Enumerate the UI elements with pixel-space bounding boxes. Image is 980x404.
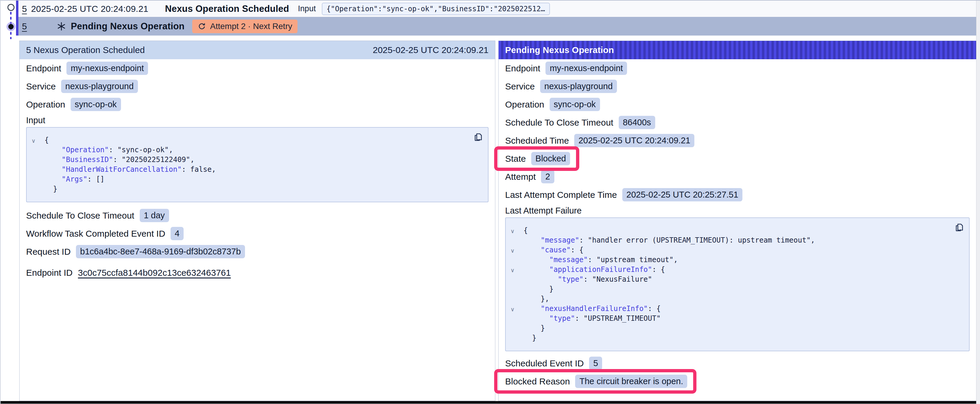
collapse-chevron-icon[interactable]: ∨ — [511, 304, 515, 314]
field-value-badge: Blocked — [531, 152, 570, 165]
code-line: "message": "handler error (UPSTREAM_TIME… — [506, 236, 963, 245]
timeline-selected-dot-icon — [8, 24, 14, 29]
field-label: Service — [505, 81, 535, 92]
field-label: Blocked Reason — [505, 377, 570, 387]
field-row: Endpointmy-nexus-endpoint — [499, 59, 976, 77]
event-row-pending[interactable]: 5 Pending Nexus Operation Attempt 2 · Ne… — [18, 17, 977, 36]
scheduled-panel-header: 5 Nexus Operation Scheduled 2025-02-25 U… — [19, 41, 495, 59]
field-value-link[interactable]: 3c0c75ccfa8144b092c13ce632463761 — [78, 268, 231, 278]
input-section-label: Input — [19, 113, 495, 127]
pending-asterisk-icon — [57, 22, 66, 31]
collapse-chevron-icon[interactable]: ∨ — [511, 265, 515, 275]
code-line: ∨ "cause": { — [506, 245, 963, 255]
code-line: ∨ "nexusHandlerFailureInfo": { — [506, 304, 963, 314]
code-line: "BusinessID": "20250225122409", — [27, 155, 482, 165]
attempt-retry-label: Attempt 2 · Next Retry — [210, 22, 292, 31]
failure-section-label: Last Attempt Failure — [499, 204, 976, 217]
field-row: Schedule To Close Timeout1 day — [19, 206, 495, 225]
annotation-highlight-box: StateBlocked — [494, 146, 579, 171]
field-label: Operation — [505, 100, 544, 109]
field-value-badge: 2025-02-25 UTC 20:25:27.51 — [622, 188, 742, 201]
field-value-badge: nexus-playground — [61, 80, 138, 93]
field-label: Endpoint — [505, 63, 540, 73]
scheduled-panel-fields-bottom: Schedule To Close Timeout1 dayWorkflow T… — [19, 206, 495, 282]
scheduled-panel-fields-top: Endpointmy-nexus-endpointServicenexus-pl… — [19, 59, 495, 113]
field-value-badge: b1c6a4bc-8ee7-468a-9169-df3b02c8737b — [76, 245, 245, 258]
field-value-badge: nexus-playground — [540, 80, 617, 93]
field-row: Last Attempt Complete Time2025-02-25 UTC… — [499, 186, 976, 204]
code-line: "message": "upstream timeout", — [506, 255, 963, 265]
event-id-link[interactable]: 5 — [22, 4, 27, 14]
timeline-active-bar — [16, 1, 18, 36]
event-input-label: Input — [298, 4, 316, 13]
field-row: Request IDb1c6a4bc-8ee7-468a-9169-df3b02… — [19, 242, 495, 261]
field-row: Servicenexus-playground — [499, 77, 976, 95]
field-value-badge: 5 — [589, 356, 602, 370]
event-title: Pending Nexus Operation — [71, 21, 185, 32]
field-value-badge: sync-op-ok — [550, 98, 600, 111]
event-time: 2025-02-25 UTC 20:24:09.21 — [31, 4, 148, 14]
field-row: Schedule To Close Timeout86400s — [499, 113, 976, 131]
field-label: Scheduled Time — [505, 136, 569, 146]
field-row: Operationsync-op-ok — [499, 95, 976, 113]
field-row: Endpointmy-nexus-endpoint — [19, 59, 495, 77]
field-row: Blocked ReasonThe circuit breaker is ope… — [499, 372, 976, 390]
code-line: "type": "NexusFailure" — [506, 274, 963, 284]
field-label: Schedule To Close Timeout — [505, 117, 613, 128]
pending-panel-fields-top: Endpointmy-nexus-endpointServicenexus-pl… — [499, 59, 976, 204]
scheduled-panel-time: 2025-02-25 UTC 20:24:09.21 — [373, 45, 488, 55]
field-value-badge: 4 — [170, 227, 184, 240]
field-value-badge: The circuit breaker is open. — [575, 375, 687, 388]
pending-panel-fields-bottom: Scheduled Event ID5Blocked ReasonThe cir… — [499, 354, 976, 390]
event-row-scheduled[interactable]: 5 2025-02-25 UTC 20:24:09.21 Nexus Opera… — [18, 1, 977, 17]
code-line: ∨ "applicationFailureInfo": { — [506, 265, 963, 274]
collapse-chevron-icon[interactable]: ∨ — [32, 136, 36, 146]
field-label: Endpoint ID — [26, 268, 73, 278]
field-label: Scheduled Event ID — [505, 358, 584, 368]
field-value-badge: sync-op-ok — [71, 98, 121, 111]
field-label: Operation — [26, 100, 65, 109]
field-label: Service — [26, 81, 56, 92]
field-row: Servicenexus-playground — [19, 77, 495, 95]
code-line: }, — [506, 294, 963, 304]
field-label: Workflow Task Completed Event ID — [26, 229, 165, 239]
code-line: "Operation": "sync-op-ok", — [27, 145, 482, 155]
field-label: Last Attempt Complete Time — [505, 190, 617, 200]
pending-operation-detail-panel: Pending Nexus Operation Endpointmy-nexus… — [498, 41, 977, 401]
failure-json-viewer: ∨{ "message": "handler error (UPSTREAM_T… — [505, 217, 970, 351]
field-label: Attempt — [505, 172, 536, 182]
field-value-badge: 86400s — [619, 116, 655, 129]
field-row: Workflow Task Completed Event ID4 — [19, 225, 495, 242]
code-line: "type": "UPSTREAM_TIMEOUT" — [506, 314, 963, 323]
field-label: Schedule To Close Timeout — [26, 211, 134, 221]
annotation-highlight-box: Blocked ReasonThe circuit breaker is ope… — [494, 369, 697, 394]
field-value-badge: my-nexus-endpoint — [546, 62, 627, 75]
scheduled-panel-title: 5 Nexus Operation Scheduled — [26, 45, 145, 55]
field-value-badge: 1 day — [140, 209, 169, 222]
field-row: StateBlocked — [499, 150, 976, 168]
code-line: } — [506, 284, 963, 294]
collapse-chevron-icon[interactable]: ∨ — [511, 246, 515, 256]
failure-json-code: ∨{ "message": "handler error (UPSTREAM_T… — [506, 226, 963, 343]
input-json-viewer: ∨{ "Operation": "sync-op-ok", "BusinessI… — [26, 127, 488, 202]
event-id-link[interactable]: 5 — [22, 21, 27, 32]
scheduled-event-detail-panel: 5 Nexus Operation Scheduled 2025-02-25 U… — [19, 41, 495, 401]
code-line: } — [506, 323, 963, 333]
code-line: "Args": [] — [27, 174, 482, 184]
field-value-badge: 2025-02-25 UTC 20:24:09.21 — [574, 134, 694, 147]
pending-panel-title: Pending Nexus Operation — [505, 45, 614, 55]
field-value-badge: my-nexus-endpoint — [67, 62, 148, 75]
collapse-chevron-icon[interactable]: ∨ — [511, 226, 515, 236]
attempt-retry-badge: Attempt 2 · Next Retry — [192, 19, 298, 33]
event-input-preview-chip[interactable]: {"Operation":"sync-op-ok","BusinessID":"… — [322, 3, 550, 15]
pending-panel-header: Pending Nexus Operation — [499, 41, 976, 59]
field-value-badge: 2 — [541, 170, 554, 183]
code-line: ∨{ — [506, 226, 963, 236]
code-line: ∨{ — [27, 135, 482, 145]
field-row: Endpoint ID3c0c75ccfa8144b092c13ce632463… — [19, 263, 495, 282]
field-label: Endpoint — [26, 63, 61, 73]
retry-refresh-icon — [197, 22, 207, 31]
vertical-scrollbar[interactable] — [976, 1, 980, 404]
input-json-code: ∨{ "Operation": "sync-op-ok", "BusinessI… — [27, 135, 482, 194]
code-line: "HandlerWaitForCancellation": false, — [27, 165, 482, 174]
